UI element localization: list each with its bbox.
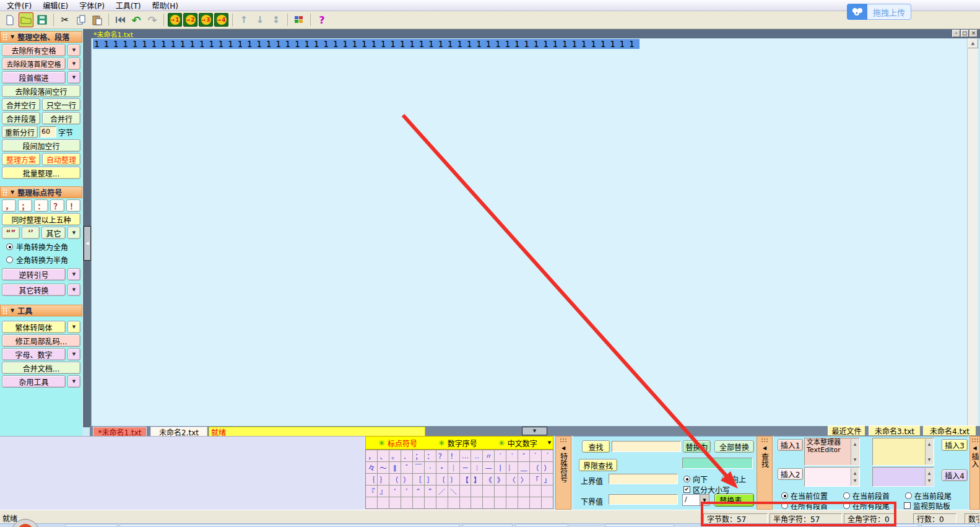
- move-up-icon[interactable]: ↑: [236, 12, 251, 27]
- symbol-cell[interactable]: ‘: [389, 486, 401, 497]
- paste-icon[interactable]: [90, 12, 105, 27]
- symbol-cell[interactable]: [506, 497, 518, 508]
- undo-icon[interactable]: ↶: [129, 12, 144, 27]
- symbol-cell[interactable]: ‵: [506, 450, 518, 461]
- save-icon[interactable]: [35, 12, 50, 27]
- symbol-cell[interactable]: ？: [436, 450, 448, 461]
- symbol-cell[interactable]: [530, 497, 541, 508]
- symbol-cell[interactable]: 。: [389, 450, 401, 461]
- symbol-cell[interactable]: [506, 486, 518, 497]
- minimize-icon[interactable]: –: [952, 30, 960, 37]
- symbol-cell[interactable]: 々: [366, 462, 377, 473]
- menu-edit[interactable]: 编辑(E): [37, 0, 74, 11]
- double-quotes-button[interactable]: “”: [2, 227, 20, 239]
- symbol-cell[interactable]: 」: [542, 474, 553, 485]
- symbol-cell[interactable]: ：: [425, 450, 436, 461]
- symbol-cell[interactable]: 』: [378, 486, 389, 497]
- symbol-cell[interactable]: [495, 497, 506, 508]
- taskbar-button[interactable]: [65, 524, 118, 527]
- taskbar-button[interactable]: [605, 524, 674, 527]
- symbol-cell[interactable]: （: [530, 462, 541, 473]
- tab-chinese-numbers[interactable]: ✳中文数字: [488, 438, 548, 448]
- reverse-quotes-button[interactable]: 逆转引号: [2, 268, 66, 281]
- collapse-left-icon[interactable]: ◀: [973, 445, 976, 451]
- symbol-cell[interactable]: …: [460, 450, 471, 461]
- at-current-para-end-radio[interactable]: 在当前段尾: [905, 490, 952, 501]
- spin-down-icon[interactable]: ▼: [854, 477, 857, 484]
- taskbar-button[interactable]: [119, 524, 460, 527]
- jump-3-button[interactable]: 3: [199, 13, 213, 27]
- symbol-cell[interactable]: ˋ: [530, 450, 541, 461]
- symbol-cell[interactable]: 【: [460, 474, 471, 485]
- scroll-up-icon[interactable]: ▲: [968, 38, 978, 48]
- menu-help[interactable]: 帮助(H): [147, 0, 184, 11]
- menu-font[interactable]: 字体(P): [74, 0, 110, 11]
- misc-tools-dropdown[interactable]: ▼: [67, 375, 80, 388]
- symbol-cell[interactable]: ）: [542, 462, 553, 473]
- symbol-cell[interactable]: ′: [495, 450, 506, 461]
- menu-file[interactable]: 文件(F): [1, 0, 37, 11]
- symbol-cell[interactable]: [401, 497, 412, 508]
- symbol-cell[interactable]: [366, 497, 377, 508]
- reverse-quotes-dropdown[interactable]: ▼: [67, 268, 80, 281]
- indent-dropdown[interactable]: ▼: [67, 71, 80, 84]
- insert-3-textarea[interactable]: ▲▼: [872, 438, 934, 466]
- find-strip[interactable]: ◀ 查找: [757, 436, 773, 510]
- move-updown-icon[interactable]: ↕: [269, 12, 284, 27]
- color-grid-icon[interactable]: [292, 12, 306, 27]
- section-header-tools[interactable]: ▼工具: [0, 305, 82, 316]
- spin-up-icon[interactable]: ▲: [928, 440, 931, 448]
- taskbar-button[interactable]: [515, 524, 568, 527]
- other-convert-dropdown[interactable]: ▼: [67, 284, 80, 296]
- symbol-cell[interactable]: ·: [425, 462, 436, 473]
- symbol-cell[interactable]: [530, 486, 541, 497]
- copy-icon[interactable]: [74, 12, 89, 27]
- symbol-cell[interactable]: [471, 497, 482, 508]
- symbol-cell[interactable]: [495, 486, 506, 497]
- remove-para-edge-spaces-dropdown[interactable]: ▼: [67, 58, 80, 70]
- symbol-cell[interactable]: ”: [425, 486, 436, 497]
- spinner[interactable]: ▲▼: [925, 439, 933, 464]
- symbol-cell[interactable]: ，: [366, 450, 377, 461]
- menu-tools[interactable]: 工具(T): [110, 0, 147, 11]
- symbol-cell[interactable]: [542, 486, 553, 497]
- symbol-cell[interactable]: ［: [413, 474, 424, 485]
- jump-4-button[interactable]: 4: [214, 13, 228, 27]
- single-quotes-button[interactable]: ‘’: [22, 227, 40, 239]
- merge-docs-button[interactable]: 合并文档...: [2, 362, 80, 374]
- symbol-cell[interactable]: ‥: [471, 450, 482, 461]
- trad-to-simp-dropdown[interactable]: ▼: [67, 321, 80, 333]
- symbol-cell[interactable]: ‖: [389, 462, 401, 473]
- symbol-cell[interactable]: ．: [401, 450, 412, 461]
- insert-4-textarea[interactable]: ▲▼: [872, 467, 934, 487]
- symbol-cell[interactable]: [389, 497, 401, 508]
- full-to-half-radio[interactable]: 全角转换为半角: [6, 255, 82, 265]
- section-header-spaces[interactable]: ▼整理空格、段落: [0, 31, 82, 43]
- symbol-cell[interactable]: ￣: [413, 462, 424, 473]
- scheme-button[interactable]: 整理方案: [2, 153, 40, 165]
- insert-1-button[interactable]: 插入1: [778, 439, 803, 451]
- keep-one-blank-button[interactable]: 只空一行: [42, 98, 80, 111]
- symbol-cell[interactable]: 、: [378, 450, 389, 461]
- at-current-position-radio[interactable]: 在当前位置: [781, 490, 828, 501]
- symbol-cell[interactable]: 「: [530, 474, 541, 485]
- symbol-cell[interactable]: [483, 497, 494, 508]
- letters-digits-dropdown[interactable]: ▼: [67, 348, 80, 360]
- symbol-cell[interactable]: 〔: [436, 474, 448, 485]
- spin-up-icon[interactable]: ▲: [928, 469, 931, 477]
- replace-table-button[interactable]: 替换表...: [714, 494, 754, 507]
- boundary-find-button[interactable]: 界限查找: [579, 459, 617, 471]
- close-icon[interactable]: ×: [969, 30, 978, 37]
- tab-untitled2[interactable]: 未命名2.txt: [150, 427, 207, 436]
- remove-all-spaces-dropdown[interactable]: ▼: [67, 44, 80, 56]
- symbol-cell[interactable]: [518, 486, 529, 497]
- tab-list-dropdown[interactable]: ▼: [522, 427, 547, 435]
- merge-paragraphs-button[interactable]: 合并段落: [2, 112, 40, 124]
- merge-blank-lines-button[interactable]: 合并空行: [2, 98, 40, 111]
- auto-format-button[interactable]: 自动整理: [42, 153, 80, 165]
- symbol-cell[interactable]: ︱: [471, 462, 482, 473]
- remove-all-spaces-button[interactable]: 去除所有空格: [2, 44, 66, 56]
- find-input[interactable]: [612, 441, 681, 452]
- symbol-cell[interactable]: [542, 497, 553, 508]
- insert-2-button[interactable]: 插入2: [778, 468, 803, 480]
